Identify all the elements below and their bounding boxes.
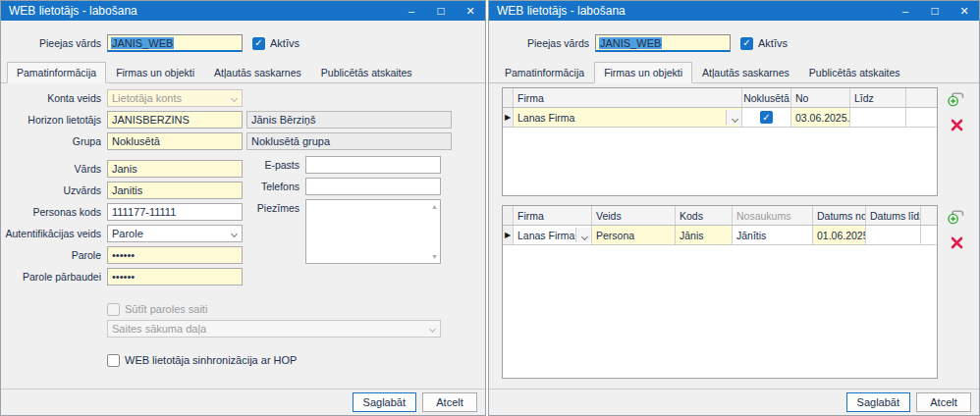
row-marker-icon[interactable]: ▶ xyxy=(503,226,514,244)
minimize-button[interactable]: – xyxy=(397,1,426,21)
horizon-lietotajs-input[interactable]: JANISBERZINS xyxy=(107,111,243,129)
lidz-date-cell[interactable] xyxy=(850,108,906,127)
add-row-icon[interactable] xyxy=(947,208,966,226)
maximize-button[interactable]: □ xyxy=(426,1,456,21)
veids-cell[interactable]: Persona xyxy=(592,226,676,244)
objects-table: Firma Veids Kods Nosaukums Datums no Dat… xyxy=(502,205,938,379)
vards-input[interactable]: Janis xyxy=(107,160,243,178)
objects-table-row: ▶ Lanas Firma Persona Jānis Jānītis 01.0… xyxy=(503,226,937,245)
access-name-selected-text: JANIS_WEB xyxy=(599,37,662,49)
delete-row-icon[interactable] xyxy=(947,234,966,251)
minimize-button[interactable]: – xyxy=(891,1,920,21)
cancel-button[interactable]: Atcelt xyxy=(422,392,477,412)
access-name-label: Pieejas vārds xyxy=(1,37,101,49)
firma-cell-select[interactable]: Lanas Firma xyxy=(514,226,592,244)
firms-table-row: ▶ Lanas Firma 03.06.2025. xyxy=(503,108,937,128)
maximize-button[interactable]: □ xyxy=(920,1,950,21)
parole-label: Parole xyxy=(1,249,101,261)
save-button[interactable]: Saglabāt xyxy=(846,392,910,412)
personas-kods-label: Personas kods xyxy=(1,206,101,218)
hop-sync-label: WEB lietotāja sinhronizācija ar HOP xyxy=(125,354,297,366)
grupa-display-field: Noklusētā grupa xyxy=(246,132,452,150)
access-name-row: Pieejas vārds JANIS_WEB Aktīvs xyxy=(1,33,485,53)
scroll-up-icon[interactable]: ▲ xyxy=(431,203,438,210)
save-button[interactable]: Saglabāt xyxy=(353,392,416,412)
col-no: No xyxy=(791,88,850,107)
objects-table-header: Firma Veids Kods Nosaukums Datums no Dat… xyxy=(503,206,937,226)
parole-input[interactable]: •••••• xyxy=(107,246,243,264)
tab-publicetas-atskaites[interactable]: Publicētās atskaites xyxy=(311,62,422,83)
tab-pamatinformacija[interactable]: Pamatinformācija xyxy=(495,62,594,83)
dropdown-chevron-icon xyxy=(429,326,436,333)
scroll-down-icon[interactable]: ▼ xyxy=(431,253,438,260)
titlebar[interactable]: WEB lietotājs - labošana – □ ✕ xyxy=(1,1,485,21)
firma-cell-select[interactable]: Lanas Firma xyxy=(514,108,742,127)
firms-grid-section: Firma Noklusētā No Līdz ▶ Lanas Firma 03… xyxy=(502,87,979,196)
uzvards-input[interactable]: Janitis xyxy=(107,182,243,199)
add-row-icon[interactable] xyxy=(947,90,966,108)
window-title: WEB lietotājs - labošana xyxy=(497,4,891,18)
footer-bar: Saglabāt Atcelt xyxy=(489,389,979,415)
col-datums-no: Datums no xyxy=(813,206,866,225)
active-checkbox-label: Aktīvs xyxy=(270,37,299,49)
sutit-paroles-saiti-checkbox xyxy=(107,303,120,316)
cancel-button[interactable]: Atcelt xyxy=(916,392,971,412)
tab-pamatinformacija[interactable]: Pamatinformācija xyxy=(7,62,106,83)
nokluseta-checkbox[interactable] xyxy=(760,111,773,124)
vards-label: Vārds xyxy=(1,163,101,175)
tab-firmas-un-objekti[interactable]: Firmas un objekti xyxy=(106,62,204,83)
datums-lidz-cell[interactable] xyxy=(866,226,921,244)
delete-row-icon[interactable] xyxy=(947,116,966,133)
hop-sync-checkbox[interactable] xyxy=(107,354,120,367)
active-checkbox-label: Aktīvs xyxy=(758,37,788,49)
epasts-input[interactable] xyxy=(305,156,441,174)
nokluseta-cell[interactable] xyxy=(742,108,791,127)
tab-strip: Pamatinformācija Firmas un objekti Atļau… xyxy=(1,62,485,83)
titlebar[interactable]: WEB lietotājs - labošana – □ ✕ xyxy=(489,1,979,21)
dropdown-chevron-icon[interactable] xyxy=(726,110,741,125)
grupa-input[interactable]: Noklusētā xyxy=(107,132,243,150)
access-name-field[interactable]: JANIS_WEB xyxy=(595,34,731,52)
active-checkbox[interactable] xyxy=(740,37,753,50)
active-checkbox[interactable] xyxy=(252,37,265,50)
autentifikacijas-veids-select[interactable]: Parole xyxy=(107,225,243,242)
close-button[interactable]: ✕ xyxy=(456,1,485,21)
footer-bar: Saglabāt Atcelt xyxy=(1,389,485,415)
dropdown-chevron-icon[interactable] xyxy=(575,228,591,242)
dropdown-chevron-icon xyxy=(231,95,238,102)
col-veids: Veids xyxy=(592,206,676,225)
horizon-lietotajs-label: Horizon lietotājs xyxy=(1,114,101,126)
konta-veids-label: Konta veids xyxy=(1,92,101,104)
saites-sakuma-dala-select: Saites sākuma daļa xyxy=(107,320,441,338)
col-firma: Firma xyxy=(514,206,592,225)
access-name-field[interactable]: JANIS_WEB xyxy=(107,34,243,52)
parole-parbaudei-input[interactable]: •••••• xyxy=(107,268,243,286)
access-name-label: Pieejas vārds xyxy=(489,37,589,49)
nosaukums-cell: Jānītis xyxy=(733,226,813,244)
tab-atlautas-saskarnes[interactable]: Atļautās saskarnes xyxy=(692,62,799,83)
personas-kods-input[interactable]: 111177-11111 xyxy=(107,203,243,221)
tab-publicetas-atskaites[interactable]: Publicētās atskaites xyxy=(799,62,910,83)
row-marker-icon[interactable]: ▶ xyxy=(503,108,514,127)
col-nosaukums: Nosaukums xyxy=(733,206,813,225)
basic-info-form: Konta veids Lietotāja konts Horizon liet… xyxy=(1,83,485,368)
parole-parbaudei-label: Parole pārbaudei xyxy=(1,271,101,283)
piezimes-textarea[interactable]: ▲ ▼ xyxy=(305,199,441,264)
telefons-input[interactable] xyxy=(305,178,441,195)
no-date-cell[interactable]: 03.06.2025. xyxy=(791,108,850,127)
window-title: WEB lietotājs - labošana xyxy=(9,4,397,18)
piezimes-label: Piezīmes xyxy=(241,202,299,214)
kods-cell[interactable]: Jānis xyxy=(676,226,733,244)
firms-table-header: Firma Noklusētā No Līdz xyxy=(503,88,937,108)
firms-grid-actions xyxy=(938,87,975,196)
tab-firmas-un-objekti[interactable]: Firmas un objekti xyxy=(594,62,692,83)
autentifikacijas-veids-label: Autentifikācijas veids xyxy=(1,228,101,239)
col-kods: Kods xyxy=(676,206,733,225)
datums-no-cell[interactable]: 01.06.2025. xyxy=(813,226,866,244)
contact-column: E-pasts Telefons Piezīmes ▲ ▼ xyxy=(241,156,441,268)
access-name-row: Pieejas vārds JANIS_WEB Aktīvs xyxy=(489,33,979,53)
close-button[interactable]: ✕ xyxy=(950,1,979,21)
web-user-edit-window-firms: WEB lietotājs - labošana – □ ✕ Pieejas v… xyxy=(488,0,980,416)
epasts-label: E-pasts xyxy=(241,159,299,171)
tab-atlautas-saskarnes[interactable]: Atļautās saskarnes xyxy=(204,62,311,83)
